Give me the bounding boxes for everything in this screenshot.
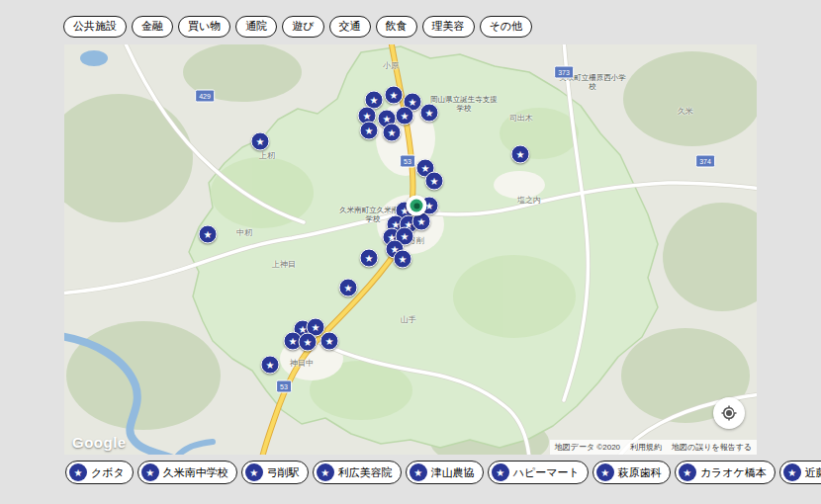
place-label: 山手 (401, 314, 416, 325)
map-marker-29[interactable]: ★ (299, 333, 318, 352)
target-icon (720, 404, 738, 422)
category-button-0[interactable]: 公共施設 (63, 16, 127, 38)
legend-item-label: 久米南中学校 (163, 465, 228, 480)
legend-bar: ★クボタ★久米南中学校★弓削駅★利広美容院★津山農協★ハピーマート★萩原歯科★カ… (65, 461, 821, 484)
star-icon: ★ (388, 127, 397, 137)
star-icon: ★ (312, 322, 320, 332)
map-marker-22[interactable]: ★ (360, 249, 379, 268)
place-label: 司出木 (509, 113, 533, 124)
star-icon: ★ (783, 463, 801, 481)
map-marker-5[interactable]: ★ (396, 107, 414, 126)
legend-item-label: 利広美容院 (338, 465, 393, 480)
legend-item-6[interactable]: ★萩原歯科 (593, 461, 671, 484)
legend-item-label: 弓削駅 (267, 465, 300, 480)
place-label: 上神目 (272, 259, 296, 270)
legend-item-0[interactable]: ★クボタ (65, 461, 134, 484)
map-attribution: 地図データ ©2020利用規約地図の誤りを報告する (550, 440, 757, 455)
map-marker-12[interactable]: ★ (425, 172, 444, 191)
legend-item-2[interactable]: ★弓削駅 (241, 461, 309, 484)
star-icon: ★ (363, 111, 372, 121)
map-marker-27[interactable]: ★ (320, 332, 339, 351)
route-shield: 429 (195, 90, 215, 103)
terms-link[interactable]: 利用規約 (630, 442, 662, 453)
star-icon: ★ (399, 254, 408, 264)
star-icon: ★ (417, 216, 426, 226)
star-icon: ★ (344, 283, 353, 293)
star-icon: ★ (383, 114, 392, 124)
star-icon: ★ (365, 253, 374, 263)
place-label: 塩之内 (517, 195, 541, 206)
legend-item-label: クボタ (91, 465, 125, 480)
map-marker-21[interactable]: ★ (199, 225, 218, 244)
star-icon: ★ (679, 463, 696, 481)
report-error-link[interactable]: 地図の誤りを報告する (672, 442, 752, 453)
map-marker-8[interactable]: ★ (420, 104, 439, 123)
map-data-label: 地図データ ©2020 (555, 442, 620, 453)
star-icon: ★ (596, 463, 614, 481)
star-icon: ★ (204, 229, 213, 239)
map-marker-6[interactable]: ★ (360, 122, 379, 140)
map-marker-7[interactable]: ★ (383, 124, 402, 142)
star-icon: ★ (421, 163, 430, 173)
star-icon: ★ (365, 126, 374, 135)
route-shield: 53 (400, 155, 415, 168)
map-marker-1[interactable]: ★ (385, 86, 404, 105)
category-button-8[interactable]: その他 (480, 16, 533, 38)
locate-button[interactable] (713, 397, 745, 429)
star-icon: ★ (516, 149, 525, 159)
legend-item-label: 萩原歯科 (618, 465, 662, 480)
map-marker-24[interactable]: ★ (339, 279, 358, 297)
map-canvas[interactable]: 小原司出木上籾中籾塩之内下弓削山手上神目神目中久米岡山県立誕生寺支援学校久米南町… (64, 44, 757, 455)
category-button-3[interactable]: 通院 (235, 16, 277, 38)
star-icon: ★ (289, 336, 298, 346)
legend-item-7[interactable]: ★カラオケ橋本 (675, 461, 775, 484)
star-icon: ★ (325, 336, 334, 346)
map-marker-30[interactable]: ★ (261, 356, 280, 375)
map-marker-9[interactable]: ★ (511, 145, 530, 164)
legend-item-label: カラオケ橋本 (700, 465, 767, 480)
star-icon: ★ (266, 360, 275, 370)
star-icon: ★ (317, 463, 334, 481)
place-label: 神目中 (290, 358, 314, 369)
map-marker-23[interactable]: ★ (394, 250, 412, 269)
route-shield: 374 (695, 155, 715, 168)
star-icon: ★ (245, 463, 263, 481)
category-bar: 公共施設金融買い物通院遊び交通飲食理美容その他 (63, 16, 532, 38)
route-shield: 373 (554, 66, 574, 79)
legend-item-label: ハピーマート (513, 465, 580, 480)
route-shield: 53 (276, 380, 292, 393)
star-icon: ★ (409, 97, 417, 107)
category-button-2[interactable]: 買い物 (178, 16, 230, 38)
selected-place-dot-icon (410, 200, 423, 212)
star-icon: ★ (401, 231, 410, 241)
star-icon: ★ (492, 463, 509, 481)
legend-item-8[interactable]: ★近藤医院 (779, 461, 821, 484)
star-icon: ★ (370, 95, 379, 105)
star-icon: ★ (410, 463, 427, 481)
category-button-7[interactable]: 理美容 (422, 16, 475, 38)
legend-item-4[interactable]: ★津山農協 (406, 461, 484, 484)
category-button-6[interactable]: 飲食 (376, 16, 417, 38)
star-icon: ★ (304, 337, 313, 347)
legend-item-3[interactable]: ★利広美容院 (313, 461, 402, 484)
map-app: 公共施設金融買い物通院遊び交通飲食理美容その他 (0, 0, 821, 504)
category-button-5[interactable]: 交通 (329, 16, 371, 38)
place-label: 久米 (678, 106, 693, 117)
legend-item-label: 近藤医院 (805, 465, 821, 480)
category-button-4[interactable]: 遊び (282, 16, 323, 38)
star-icon: ★ (141, 463, 159, 481)
legend-item-5[interactable]: ★ハピーマート (488, 461, 589, 484)
star-icon: ★ (425, 108, 434, 118)
place-label: 中籾 (236, 227, 252, 238)
star-icon: ★ (401, 111, 410, 121)
selected-place-marker[interactable] (407, 196, 427, 216)
legend-item-label: 津山農協 (431, 465, 475, 480)
school-label: 岡山県立誕生寺支援学校 (429, 95, 499, 114)
map-marker-10[interactable]: ★ (251, 132, 270, 151)
category-button-1[interactable]: 金融 (132, 16, 173, 38)
place-label: 上籾 (259, 150, 275, 161)
legend-item-1[interactable]: ★久米南中学校 (137, 461, 237, 484)
star-icon: ★ (256, 136, 265, 146)
place-label: 小原 (383, 60, 399, 71)
star-icon: ★ (390, 90, 399, 100)
